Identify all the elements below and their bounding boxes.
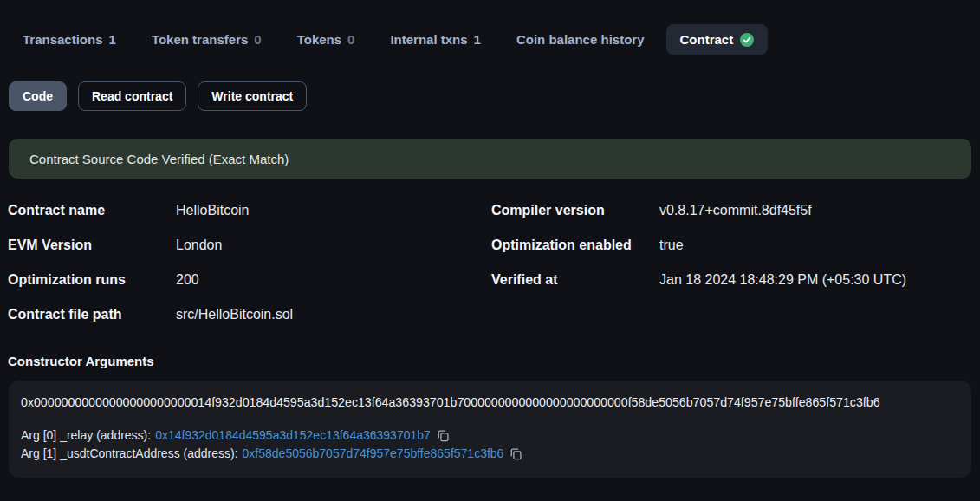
info-value: London — [176, 237, 222, 253]
copy-icon[interactable] — [509, 447, 522, 460]
info-row-optimization-enabled: Optimization enabled true — [491, 228, 971, 263]
tab-count: 0 — [347, 32, 354, 47]
info-label: Optimization runs — [8, 272, 176, 288]
tab-internal-txns[interactable]: Internal txns 1 — [376, 24, 495, 55]
tab-label: Contract — [680, 32, 734, 47]
tab-contract[interactable]: Contract — [666, 24, 769, 55]
info-value: src/HelloBitcoin.sol — [176, 307, 293, 322]
tab-count: 1 — [109, 32, 116, 47]
tab-label: Internal txns — [390, 32, 467, 47]
info-row-optimization-runs: Optimization runs 200 — [8, 263, 488, 297]
info-row-evm-version: EVM Version London — [8, 228, 488, 263]
constructor-arguments-box: 0x00000000000000000000000014f932d0184d45… — [9, 381, 971, 478]
constructor-arguments-list: Arg [0] _relay (address): 0x14f932d0184d… — [21, 426, 959, 463]
info-value: true — [659, 237, 684, 253]
tab-count: 1 — [474, 32, 481, 47]
info-label: Contract name — [8, 203, 176, 218]
tab-token-transfers[interactable]: Token transfers 0 — [138, 24, 276, 55]
arg-address-link[interactable]: 0xf58de5056b7057d74f957e75bffe865f571c3f… — [243, 445, 504, 463]
copy-icon[interactable] — [437, 429, 450, 442]
info-column-left: Contract name HelloBitcoin EVM Version L… — [8, 193, 488, 332]
tab-label: Token transfers — [152, 32, 248, 47]
tab-label: Coin balance history — [516, 32, 645, 47]
info-row-contract-file-path: Contract file path src/HelloBitcoin.sol — [8, 297, 488, 332]
info-column-right: Compiler version v0.8.17+commit.8df45f5f… — [491, 193, 971, 332]
check-circle-icon — [740, 33, 754, 47]
constructor-arg-row-1: Arg [1] _usdtContractAddress (address): … — [21, 445, 959, 463]
tab-count: 0 — [254, 32, 261, 47]
arg-label: Arg [1] _usdtContractAddress (address): — [21, 445, 238, 463]
tab-label: Tokens — [297, 32, 341, 47]
info-row-verified-at: Verified at Jan 18 2024 18:48:29 PM (+05… — [491, 263, 971, 297]
info-label: Compiler version — [491, 203, 659, 218]
verified-banner-text: Contract Source Code Verified (Exact Mat… — [29, 152, 289, 166]
info-label: Contract file path — [8, 307, 176, 322]
code-button[interactable]: Code — [9, 81, 67, 111]
write-contract-button[interactable]: Write contract — [198, 81, 307, 111]
arg-address-link[interactable]: 0x14f932d0184d4595a3d152ec13f64a36393701… — [155, 426, 431, 445]
info-value: 200 — [176, 272, 199, 288]
contract-tabs-bar: Transactions 1 Token transfers 0 Tokens … — [0, 0, 980, 55]
info-row-contract-name: Contract name HelloBitcoin — [8, 193, 488, 228]
constructor-arg-row-0: Arg [0] _relay (address): 0x14f932d0184d… — [21, 426, 959, 445]
tab-coin-balance-history[interactable]: Coin balance history — [503, 24, 659, 55]
info-label: Optimization enabled — [491, 237, 659, 253]
info-label: EVM Version — [8, 237, 176, 253]
contract-subtabs: Code Read contract Write contract — [0, 55, 980, 111]
read-contract-button[interactable]: Read contract — [78, 81, 186, 111]
tab-label: Transactions — [23, 32, 103, 47]
info-label: Verified at — [491, 272, 659, 288]
tab-transactions[interactable]: Transactions 1 — [9, 24, 130, 55]
arg-label: Arg [0] _relay (address): — [21, 426, 151, 445]
verified-banner: Contract Source Code Verified (Exact Mat… — [9, 139, 971, 179]
info-value: HelloBitcoin — [176, 203, 249, 218]
constructor-arguments-heading: Constructor Arguments — [8, 354, 971, 368]
info-value: v0.8.17+commit.8df45f5f — [659, 203, 812, 218]
constructor-arguments-raw-hex: 0x00000000000000000000000014f932d0184d45… — [21, 395, 959, 409]
contract-info-grid: Contract name HelloBitcoin EVM Version L… — [0, 193, 971, 332]
info-row-compiler-version: Compiler version v0.8.17+commit.8df45f5f — [491, 193, 971, 228]
info-value: Jan 18 2024 18:48:29 PM (+05:30 UTC) — [659, 272, 906, 288]
tab-tokens[interactable]: Tokens 0 — [283, 24, 369, 55]
